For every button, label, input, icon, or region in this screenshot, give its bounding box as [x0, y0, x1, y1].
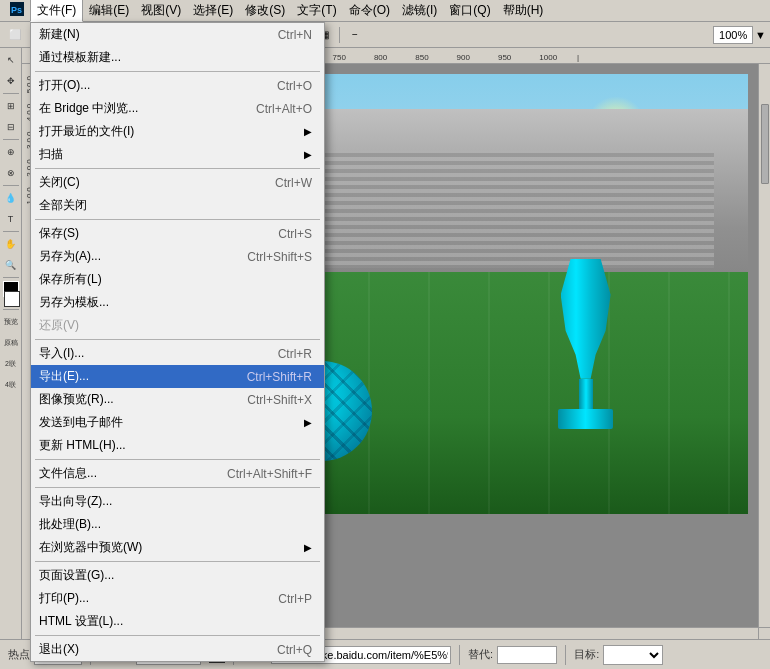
menu-item-shortcut-12: Ctrl+Shift+S: [247, 250, 312, 264]
zoom-input[interactable]: [713, 26, 753, 44]
trophy-base: [558, 409, 613, 429]
tool-hotspot-select[interactable]: ⊗: [1, 163, 21, 183]
menu-item-label-1: 通过模板新建...: [39, 49, 312, 66]
menu-window[interactable]: 窗口(Q): [443, 0, 496, 21]
svg-text:Ps: Ps: [11, 5, 22, 15]
tool-slice[interactable]: ⊞: [1, 96, 21, 116]
menu-item-label-17: 导入(I)...: [39, 345, 258, 362]
tool-sep-2: [3, 139, 19, 140]
menu-item-12[interactable]: 另存为(A)...Ctrl+Shift+S: [31, 245, 324, 268]
trophy-top: [561, 259, 611, 379]
menu-item-8[interactable]: 关闭(C)Ctrl+W: [31, 171, 324, 194]
menu-sep-22: [35, 459, 320, 460]
ruler-tick-800: 800: [374, 53, 387, 62]
menu-text[interactable]: 文字(T): [291, 0, 342, 21]
menu-item-label-14: 另存为模板...: [39, 294, 312, 311]
menu-command[interactable]: 命令(O): [343, 0, 396, 21]
menu-item-26[interactable]: 批处理(B)...: [31, 513, 324, 536]
menu-sep-32: [35, 635, 320, 636]
tool-sep-5: [3, 277, 19, 278]
menu-item-3[interactable]: 打开(O)...Ctrl+O: [31, 74, 324, 97]
menu-help[interactable]: 帮助(H): [497, 0, 550, 21]
menu-item-18[interactable]: 导出(E)...Ctrl+Shift+R: [31, 365, 324, 388]
tool-original[interactable]: 原稿: [1, 333, 21, 353]
ruler-tick-750: 750: [333, 53, 346, 62]
menu-sep-7: [35, 168, 320, 169]
tool-text[interactable]: T: [1, 209, 21, 229]
menu-sep-2: [35, 71, 320, 72]
menu-item-shortcut-8: Ctrl+W: [275, 176, 312, 190]
menu-filter[interactable]: 滤镜(I): [396, 0, 443, 21]
tool-slice-select[interactable]: ⊟: [1, 117, 21, 137]
menu-file[interactable]: 文件(F): [30, 0, 83, 22]
ruler-tick-900: 900: [457, 53, 470, 62]
menu-item-19[interactable]: 图像预览(R)...Ctrl+Shift+X: [31, 388, 324, 411]
menu-item-label-26: 批处理(B)...: [39, 516, 312, 533]
menu-item-label-6: 扫描: [39, 146, 300, 163]
menu-item-label-19: 图像预览(R)...: [39, 391, 227, 408]
menu-item-0[interactable]: 新建(N)Ctrl+N: [31, 23, 324, 46]
menu-item-33[interactable]: 退出(X)Ctrl+Q: [31, 638, 324, 661]
tool-zoom[interactable]: 🔍: [1, 255, 21, 275]
alt-input[interactable]: [497, 646, 557, 664]
menu-item-13[interactable]: 保存所有(L): [31, 268, 324, 291]
tool-4up[interactable]: 4联: [1, 375, 21, 395]
menu-select[interactable]: 选择(E): [187, 0, 239, 21]
tool-select[interactable]: ↖: [1, 50, 21, 70]
menu-bar: Ps 文件(F) 编辑(E) 视图(V) 选择(E) 修改(S) 文字(T) 命…: [0, 0, 770, 22]
menu-item-11[interactable]: 保存(S)Ctrl+S: [31, 222, 324, 245]
menu-item-shortcut-30: Ctrl+P: [278, 592, 312, 606]
menu-item-shortcut-19: Ctrl+Shift+X: [247, 393, 312, 407]
menu-item-label-18: 导出(E)...: [39, 368, 227, 385]
status-sep-3: [459, 645, 460, 665]
menu-item-shortcut-4: Ctrl+Alt+O: [256, 102, 312, 116]
menu-item-label-5: 打开最近的文件(I): [39, 123, 300, 140]
menu-sep-24: [35, 487, 320, 488]
left-toolbar: ↖ ✥ ⊞ ⊟ ⊕ ⊗ 💧 T ✋ 🔍 预览 原稿 2联 4联: [0, 48, 22, 639]
menu-item-14[interactable]: 另存为模板...: [31, 291, 324, 314]
trophy-neck: [579, 379, 593, 409]
menu-item-label-13: 保存所有(L): [39, 271, 312, 288]
toolbar-new[interactable]: ⬜: [4, 25, 26, 45]
bg-color[interactable]: [4, 291, 20, 307]
target-select[interactable]: [603, 645, 663, 665]
tool-hotspot[interactable]: ⊕: [1, 142, 21, 162]
zoom-percent: ▼: [755, 29, 766, 41]
menu-item-29[interactable]: 页面设置(G)...: [31, 564, 324, 587]
menu-item-arrow-27: ▶: [304, 542, 312, 553]
menu-item-1[interactable]: 通过模板新建...: [31, 46, 324, 69]
menu-sep-16: [35, 339, 320, 340]
menu-edit[interactable]: 编辑(E): [83, 0, 135, 21]
menu-item-label-31: HTML 设置(L)...: [39, 613, 312, 630]
menu-item-23[interactable]: 文件信息...Ctrl+Alt+Shift+F: [31, 462, 324, 485]
menu-item-label-33: 退出(X): [39, 641, 257, 658]
tool-hand[interactable]: ✋: [1, 234, 21, 254]
tool-preview[interactable]: 预览: [1, 312, 21, 332]
alt-label: 替代:: [468, 647, 493, 662]
menu-item-4[interactable]: 在 Bridge 中浏览...Ctrl+Alt+O: [31, 97, 324, 120]
toolbar-zoom-out[interactable]: −: [344, 25, 366, 45]
menu-item-6[interactable]: 扫描▶: [31, 143, 324, 166]
menu-item-30[interactable]: 打印(P)...Ctrl+P: [31, 587, 324, 610]
scrollbar-v[interactable]: [758, 64, 770, 627]
tool-2up[interactable]: 2联: [1, 354, 21, 374]
menu-item-9[interactable]: 全部关闭: [31, 194, 324, 217]
scrollbar-v-thumb[interactable]: [761, 104, 769, 184]
menu-view[interactable]: 视图(V): [135, 0, 187, 21]
menu-item-5[interactable]: 打开最近的文件(I)▶: [31, 120, 324, 143]
menu-item-shortcut-17: Ctrl+R: [278, 347, 312, 361]
menu-item-25[interactable]: 导出向导(Z)...: [31, 490, 324, 513]
menu-item-27[interactable]: 在浏览器中预览(W)▶: [31, 536, 324, 559]
menu-item-shortcut-33: Ctrl+Q: [277, 643, 312, 657]
menu-item-31[interactable]: HTML 设置(L)...: [31, 610, 324, 633]
menu-modify[interactable]: 修改(S): [239, 0, 291, 21]
menu-item-17[interactable]: 导入(I)...Ctrl+R: [31, 342, 324, 365]
tool-eyedrop[interactable]: 💧: [1, 188, 21, 208]
ruler-tick-1000: 1000: [539, 53, 557, 62]
tool-move[interactable]: ✥: [1, 71, 21, 91]
ps-logo[interactable]: Ps: [4, 0, 30, 21]
menu-item-20[interactable]: 发送到电子邮件▶: [31, 411, 324, 434]
menu-item-21[interactable]: 更新 HTML(H)...: [31, 434, 324, 457]
menu-item-shortcut-18: Ctrl+Shift+R: [247, 370, 312, 384]
menu-item-label-9: 全部关闭: [39, 197, 312, 214]
